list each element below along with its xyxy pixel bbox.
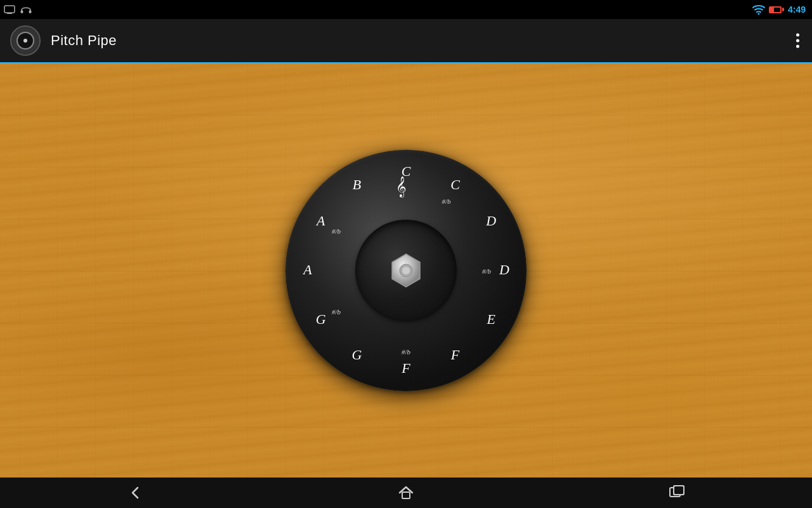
app-icon: [10, 25, 41, 56]
recent-icon: [668, 484, 686, 502]
overflow-menu-button[interactable]: [796, 34, 799, 48]
svg-text:A: A: [315, 213, 325, 229]
svg-text:F: F: [401, 360, 410, 376]
nav-recent-button[interactable]: [652, 481, 702, 504]
svg-text:G: G: [316, 311, 326, 327]
overflow-dot-1: [796, 34, 799, 37]
svg-text:#/b: #/b: [332, 227, 341, 235]
nav-bar: [0, 478, 812, 508]
headphone-icon: [20, 4, 32, 15]
svg-text:A: A: [302, 262, 312, 277]
hex-nut: [387, 251, 425, 290]
pitch-wheel[interactable]: CC#/bDD#/bEFF#/bGG#/bAA#/bB 𝄞: [285, 150, 527, 391]
svg-point-5: [757, 13, 759, 15]
nav-home-button[interactable]: [381, 481, 431, 504]
svg-point-25: [402, 267, 410, 274]
svg-text:G: G: [352, 347, 362, 363]
svg-text:F: F: [450, 347, 460, 363]
home-icon: [397, 484, 415, 502]
status-right-icons: 4:49: [752, 4, 806, 15]
app-title: Pitch Pipe: [51, 32, 117, 49]
overflow-dot-2: [796, 39, 799, 43]
svg-rect-26: [402, 492, 410, 498]
svg-text:E: E: [487, 311, 496, 327]
status-time: 4:49: [788, 4, 806, 15]
svg-text:#/b: #/b: [482, 267, 492, 275]
pitch-wheel-container[interactable]: CC#/bDD#/bEFF#/bGG#/bAA#/bB 𝄞: [285, 150, 527, 391]
svg-text:#/b: #/b: [332, 308, 341, 316]
pitch-wheel-inner: [355, 220, 457, 321]
treble-clef: 𝄞: [396, 177, 407, 197]
svg-rect-0: [4, 6, 15, 13]
nav-back-button[interactable]: [110, 481, 160, 504]
app-icon-dot: [23, 39, 27, 43]
status-bar: 4:49: [0, 0, 812, 19]
back-icon: [126, 484, 144, 502]
svg-text:#/b: #/b: [402, 348, 411, 356]
svg-text:C: C: [450, 177, 460, 192]
svg-text:B: B: [353, 177, 361, 192]
svg-text:D: D: [485, 213, 496, 229]
overflow-dot-3: [796, 45, 799, 48]
app-bar: Pitch Pipe: [0, 19, 812, 64]
svg-rect-3: [21, 10, 23, 13]
wifi-icon: [752, 4, 765, 15]
svg-text:D: D: [499, 262, 509, 277]
monitor-icon: [4, 5, 15, 14]
main-content: CC#/bDD#/bEFF#/bGG#/bAA#/bB 𝄞: [0, 64, 812, 478]
svg-text:#/b: #/b: [442, 197, 451, 205]
svg-rect-28: [674, 486, 684, 495]
battery-icon: [769, 6, 784, 13]
svg-rect-4: [29, 10, 32, 13]
app-icon-inner: [16, 32, 34, 50]
status-left-icons: [4, 4, 32, 15]
